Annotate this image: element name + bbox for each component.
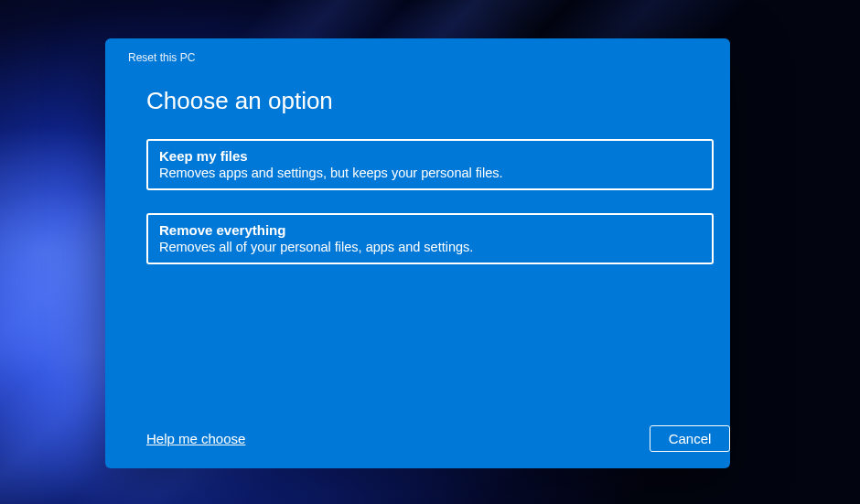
- dialog-title: Reset this PC: [128, 51, 195, 64]
- dialog-titlebar: Reset this PC: [105, 38, 730, 69]
- dialog-heading: Choose an option: [146, 87, 689, 115]
- dialog-footer: Help me choose Cancel: [146, 416, 689, 452]
- remove-everything-option[interactable]: Remove everything Removes all of your pe…: [146, 213, 714, 264]
- option-description: Removes all of your personal files, apps…: [159, 240, 701, 254]
- option-title: Keep my files: [159, 148, 701, 164]
- reset-pc-dialog: Reset this PC Choose an option Keep my f…: [105, 38, 730, 468]
- dialog-content: Choose an option Keep my files Removes a…: [105, 69, 730, 468]
- option-title: Remove everything: [159, 222, 701, 238]
- cancel-button[interactable]: Cancel: [650, 425, 730, 452]
- option-list: Keep my files Removes apps and settings,…: [146, 139, 689, 264]
- help-me-choose-link[interactable]: Help me choose: [146, 431, 245, 446]
- keep-my-files-option[interactable]: Keep my files Removes apps and settings,…: [146, 139, 714, 190]
- option-description: Removes apps and settings, but keeps you…: [159, 166, 701, 180]
